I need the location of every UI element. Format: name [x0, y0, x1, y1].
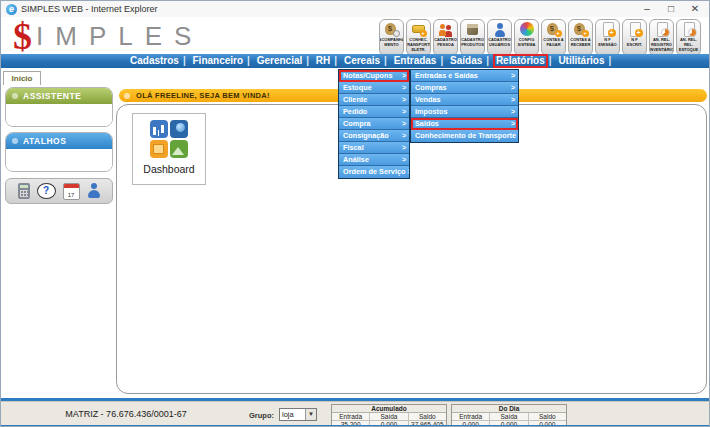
submenu-item[interactable]: Compras > [411, 82, 518, 94]
atalhos-panel: ATALHOS [5, 132, 113, 172]
dropdown-menu-item[interactable]: Pedido > [339, 106, 409, 118]
menu-bar-item[interactable]: Cereais [341, 54, 383, 68]
dropdown-menu-item[interactable]: Ordem de Serviço > [339, 166, 409, 178]
submenu-arrow-icon: > [511, 70, 515, 81]
submenu-arrow-icon: > [511, 118, 515, 129]
truck-icon [411, 22, 427, 37]
menu-bar-item[interactable]: Utilitários [555, 54, 607, 68]
submenu-item[interactable]: Saldos > [411, 118, 518, 130]
menu-separator: | [333, 55, 338, 66]
menu-bar-item[interactable]: Saídas [447, 54, 485, 68]
app-window: e SIMPLES WEB - Internet Explorer – □ ✕ … [0, 0, 710, 427]
menu-separator: | [182, 55, 187, 66]
menu-separator: | [383, 55, 388, 66]
table-value-cell: 0.000 [452, 421, 489, 427]
acumulado-values: 35.2000.00037.965.405 [332, 421, 446, 427]
calculator-icon[interactable] [18, 183, 30, 199]
submenu-arrow-icon: > [511, 82, 515, 93]
close-button[interactable]: ✕ [683, 1, 707, 16]
submenu-arrow-icon: > [402, 106, 406, 117]
menu-bar-item[interactable]: Gerencial [254, 54, 306, 68]
calendar-day: 17 [64, 192, 79, 198]
submenu-arrow-icon: > [402, 130, 406, 141]
assistente-body [6, 104, 112, 126]
menu-separator: | [485, 55, 490, 66]
menu-bar-item[interactable]: Relatórios [493, 54, 548, 68]
menu-separator: | [548, 55, 553, 66]
assistente-panel: ASSISTENTE [5, 87, 113, 127]
grupo-dropdown[interactable]: loja ▼ [279, 408, 317, 421]
submenu-item[interactable]: Entradas e Saídas > [411, 70, 518, 82]
do-dia-values: 0.0000.0000.000 [452, 421, 566, 427]
products-box-icon [465, 22, 481, 37]
minimize-button[interactable]: – [635, 1, 659, 16]
toolbar-icon-button[interactable]: ACOMPANHA MENTO [379, 19, 404, 56]
money-clock-icon [384, 22, 400, 37]
doc-pie-icon [681, 22, 697, 37]
toolbar-icon-button[interactable]: CONTAS A RECEBER [568, 19, 593, 56]
sidebar: ASSISTENTE ATALHOS ? 17 [5, 87, 113, 204]
toolbar-icon-button[interactable]: CONFIG SISTEMA [514, 19, 539, 56]
table-header-cell: Saída [489, 413, 527, 421]
dropdown-menu-item[interactable]: Notas/Cupons > [339, 70, 409, 82]
toolbar-icon-button[interactable]: CADASTRO PESSOA [433, 19, 458, 56]
acumulado-table: Acumulado EntradaSaídaSaldo 35.2000.0003… [331, 404, 447, 427]
person-pair-icon [438, 22, 454, 37]
atalhos-header[interactable]: ATALHOS [6, 133, 112, 149]
table-header-cell: Saída [369, 413, 407, 421]
dropdown-menu-item[interactable]: Estoque > [339, 82, 409, 94]
toolbar-icon-button[interactable]: CONHEC. TRANSPORTE ELETR. [406, 19, 431, 56]
dropdown-menu-item[interactable]: Consignação > [339, 130, 409, 142]
user-blue-icon [492, 22, 508, 37]
toolbar-icon-button[interactable]: CADASTRO PRODUTOS [460, 19, 485, 56]
toolbar-icon-button[interactable]: CADASTRO USUÁRIOS [487, 19, 512, 56]
submenu-arrow-icon: > [402, 94, 406, 105]
menu-separator: | [305, 55, 310, 66]
assistente-header[interactable]: ASSISTENTE [6, 88, 112, 104]
table-header-cell: Saldo [528, 413, 566, 421]
user-icon[interactable] [87, 183, 101, 199]
table-value-cell: 0.000 [528, 421, 566, 427]
toolbar-icon-button[interactable]: AN. REL. REGISTRO INVENTÁRIO [649, 19, 674, 56]
toolbar-icon-button[interactable]: N F EMISSÃO [595, 19, 620, 56]
menu-bar-item[interactable]: RH [313, 54, 333, 68]
toolbar-icon-button[interactable]: N F ESCRIT. [622, 19, 647, 56]
submenu-item[interactable]: Conhecimento de Transporte > [411, 130, 518, 142]
chevron-down-icon[interactable]: ▼ [305, 409, 316, 420]
window-title: SIMPLES WEB - Internet Explorer [21, 4, 158, 14]
submenu-arrow-icon: > [402, 118, 406, 129]
submenu-item[interactable]: Impostos > [411, 106, 518, 118]
menu-bar-item[interactable]: Cadastros [127, 54, 182, 68]
dropdown-menu-item[interactable]: Compra > [339, 118, 409, 130]
dropdown-menu-item[interactable]: Análise > [339, 154, 409, 166]
internet-explorer-icon: e [6, 4, 17, 15]
color-wheel-icon [519, 22, 535, 37]
toolbar-icon-button[interactable]: CONTAS A PAGAR [541, 19, 566, 56]
menu-bar-item[interactable]: Financeiro [190, 54, 247, 68]
submenu-item[interactable]: Vendas > [411, 94, 518, 106]
table-value-cell: 35.200 [332, 421, 369, 427]
table-value-cell: 0.000 [489, 421, 527, 427]
atalhos-body [6, 149, 112, 171]
dropdown-menu-item[interactable]: Fiscal > [339, 142, 409, 154]
simples-logo: $ IMPLES [13, 19, 203, 53]
toolbar-icon-button[interactable]: AN. REL. REL. ESTOQUE [676, 19, 701, 56]
calendar-icon[interactable]: 17 [63, 183, 80, 200]
menu-bar-item[interactable]: Entradas [391, 54, 440, 68]
doc-pie-icon [654, 22, 670, 37]
doc-plus-icon [627, 22, 643, 37]
main-content-panel: Dashboard [116, 104, 707, 394]
submenu-arrow-icon: > [511, 106, 515, 117]
table-header-cell: Entrada [332, 413, 369, 421]
dropdown-menu-item[interactable]: Cliente > [339, 94, 409, 106]
table-value-cell: 37.965.405 [408, 421, 446, 427]
dashboard-tile[interactable]: Dashboard [132, 113, 206, 185]
tab-inicio[interactable]: Início [3, 71, 41, 85]
maximize-button[interactable]: □ [659, 1, 683, 16]
menu-separator: | [439, 55, 444, 66]
help-icon[interactable]: ? [37, 183, 56, 199]
menu-separator: | [246, 55, 251, 66]
submenu-arrow-icon: > [407, 166, 409, 178]
main-menu-bar: Cadastros| Financeiro| Gerencial| RH| Ce… [1, 54, 710, 68]
logo-dollar-sign: $ [13, 19, 32, 53]
